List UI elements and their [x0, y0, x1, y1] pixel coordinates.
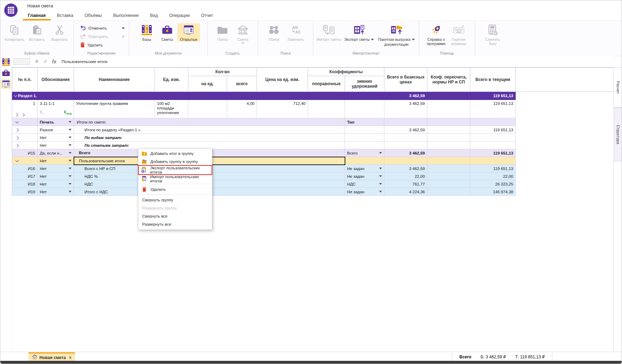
delete-icon	[141, 187, 147, 192]
rail-estimates-button[interactable]	[1, 68, 11, 78]
type-dropdown-icon[interactable]	[379, 191, 382, 193]
section-row[interactable]: Раздел 1. 3 462,59 119 651,13	[12, 92, 614, 100]
col-recalc-coef: Коэф. пересчета, нормы НР и СП	[427, 68, 470, 92]
mode-dropdown-icon[interactable]	[69, 144, 71, 146]
row-by-cost-items[interactable]: Нет По статьям затрат:	[12, 142, 614, 149]
type-dropdown-icon[interactable]	[379, 183, 382, 185]
fx-icon[interactable]: fx	[52, 59, 56, 64]
col-num: № п.п.	[12, 68, 38, 92]
document-tab[interactable]: Новая смета ×	[29, 352, 75, 362]
tab-view[interactable]: Вид	[144, 11, 164, 20]
collapse-group-icon[interactable]	[15, 120, 19, 123]
expand-index-icon[interactable]	[21, 113, 25, 117]
collapse-group-icon[interactable]	[15, 158, 19, 162]
expand-group-icon[interactable]	[15, 144, 19, 147]
menu-item-delete[interactable]: Удалить	[138, 185, 212, 193]
menu-item-collapse-group[interactable]: Свернуть группу	[138, 196, 212, 204]
scissors-icon	[54, 23, 65, 37]
tab-home[interactable]: Главная	[22, 11, 51, 20]
collapse-section-icon[interactable]	[14, 94, 18, 97]
svg-text:AC: AC	[295, 30, 301, 34]
mode-dropdown-icon[interactable]	[69, 160, 71, 162]
mode-dropdown-icon[interactable]	[69, 152, 71, 154]
row-vat-percent[interactable]: И17 Нет НДС % Не задан 22,00 22,00	[12, 172, 614, 180]
redo-icon	[80, 34, 86, 39]
type-dropdown-icon[interactable]	[379, 168, 382, 169]
tab-volumes[interactable]: Объёмы	[79, 11, 107, 20]
menu-item-expand-all[interactable]: Развернуть все	[138, 220, 212, 228]
delete-button[interactable]: Удалить	[78, 42, 125, 49]
row-vat[interactable]: И18 Нет НДС НДС 761,77 26 323,25	[12, 180, 614, 188]
status-total-label: Всего	[459, 354, 471, 359]
item-total-base[interactable]: 3 462,59	[384, 100, 427, 118]
menu-item-add-total-to-group[interactable]: Добавить итог в группу	[138, 149, 212, 157]
about-button[interactable]: Справка о программе	[425, 23, 448, 46]
item-row[interactable]: 1 3.11-1-1 Кп Кинд Уплотнение грунта гра…	[12, 100, 614, 118]
close-icon[interactable]: ×	[69, 355, 72, 360]
row-total-with-overheads[interactable]: И16 Нет Всего с НР и СП Не задан 3 462,5…	[12, 165, 614, 172]
type-dropdown-icon[interactable]	[379, 175, 382, 177]
print-mode-dropdown-icon[interactable]	[69, 121, 71, 123]
tab-insert[interactable]: Вставка	[51, 11, 79, 20]
item-unit[interactable]: 100 м2 площади уплотнения	[155, 100, 188, 118]
mode-dropdown-icon[interactable]	[69, 137, 71, 138]
col-unit-price: Цена на ед. изм.	[257, 68, 308, 92]
bases-button[interactable]: Базы	[137, 23, 157, 42]
open-documents-button[interactable]: Открытые	[177, 23, 200, 42]
row-totals-header[interactable]: Печать Итоги по смете: Тип	[12, 118, 614, 126]
export-estimate-button[interactable]: Экспорт сметы	[342, 23, 376, 42]
section-total-current[interactable]: 119 651,13	[470, 92, 516, 100]
rail-open-documents-button[interactable]	[1, 79, 11, 89]
binoculars-icon	[268, 23, 279, 37]
expand-group-icon[interactable]	[15, 136, 19, 139]
group-label-import-export: Импорт/экспорт	[313, 51, 419, 55]
building-icon	[237, 23, 249, 37]
menu-item-add-group-to-group[interactable]: Добавить группу в группу	[138, 157, 212, 165]
row-total-with-vat[interactable]: И19 Нет Итого с НДС Не задан 4 224,36 14…	[12, 188, 614, 196]
undo-dropdown-icon[interactable]	[122, 27, 125, 29]
formula-input[interactable]: Пользовательские итоги	[62, 59, 107, 64]
export-estimate-dropdown-icon[interactable]	[371, 39, 374, 40]
item-name[interactable]: Уплотнение грунта гравием	[74, 100, 155, 118]
ribbon-group-create: Папка Смета Создать	[208, 21, 258, 56]
type-dropdown-icon[interactable]	[379, 152, 382, 154]
rail-bases-button[interactable]	[1, 57, 11, 67]
tab-report[interactable]: Отчет	[195, 11, 219, 20]
row-user-totals[interactable]: Нет Пользовательские итоги	[12, 157, 614, 165]
batch-export-button[interactable]: Пакетная выгрузка документации	[376, 23, 417, 47]
mode-dropdown-icon[interactable]	[69, 183, 71, 185]
mode-dropdown-icon[interactable]	[69, 129, 71, 131]
k-correction-label[interactable]: Кп	[40, 110, 44, 115]
menu-item-import-user-totals[interactable]: Импорт пользовательских итогов	[138, 175, 212, 183]
row-section-totals[interactable]: Разное Итоги по разделу «Раздел 1.» 3 46…	[12, 126, 614, 134]
tab-calculation[interactable]: Расчет	[614, 67, 622, 108]
group-label-help: Помощь	[419, 51, 475, 55]
title-bar: Новая смета Главная Вставка Объёмы Выпол…	[0, 0, 622, 20]
apply-icon[interactable]: ✓	[44, 59, 48, 64]
group-label-clipboard: Буфер обмена	[0, 51, 74, 55]
item-total-current[interactable]: 119 651,13	[470, 100, 516, 118]
item-unit-price[interactable]: 712,40	[257, 100, 308, 118]
expand-coef-icon[interactable]	[15, 113, 18, 117]
cell-reference-input[interactable]	[14, 58, 30, 65]
row-by-cost-types[interactable]: Нет По видам затрат:	[12, 134, 614, 142]
item-qty-total[interactable]: 4,00	[227, 100, 257, 118]
bases-icon	[141, 23, 153, 37]
ribbon-group-help: Справка о программе Горячие клавиши Помо…	[419, 21, 475, 56]
k-index-label[interactable]: Кинд	[64, 110, 71, 115]
row-grand-total[interactable]: И15 Да, если н... Всего Всего 3 462,59 1…	[12, 149, 614, 157]
mode-dropdown-icon[interactable]	[69, 191, 71, 193]
undo-button[interactable]: Отменить	[78, 25, 125, 32]
mode-dropdown-icon[interactable]	[69, 175, 71, 177]
tab-structure[interactable]: Структура	[614, 108, 622, 161]
menu-item-export-user-totals[interactable]: Экспорт пользовательских итогов	[138, 165, 212, 175]
tab-operations[interactable]: Операции	[164, 11, 195, 20]
cancel-icon[interactable]: ✕	[35, 59, 39, 64]
expand-group-icon[interactable]	[15, 128, 19, 132]
estimates-button[interactable]: Сметы	[157, 23, 177, 42]
batch-export-dropdown-icon[interactable]	[412, 39, 415, 40]
mode-dropdown-icon[interactable]	[69, 168, 71, 169]
section-total-base[interactable]: 3 462,59	[384, 92, 427, 100]
tab-execution[interactable]: Выполнение	[107, 11, 144, 20]
menu-item-collapse-all[interactable]: Свернуть все	[138, 212, 212, 220]
